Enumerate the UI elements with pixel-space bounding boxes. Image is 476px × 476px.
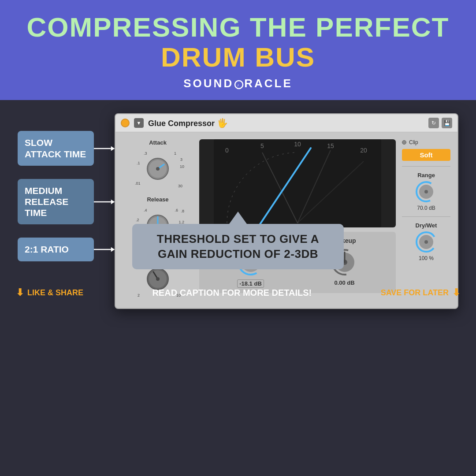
- svg-marker-3: [111, 146, 115, 150]
- svg-point-16: [156, 277, 160, 281]
- range-label: Range: [402, 172, 450, 178]
- title-gold-text: DRUM BUS: [161, 42, 315, 72]
- right-divider-2: [402, 216, 450, 217]
- range-knob[interactable]: [413, 178, 439, 205]
- range-knob-container: [413, 178, 439, 205]
- drywet-knob-container: [413, 229, 439, 255]
- svg-point-36: [424, 190, 428, 193]
- plugin-name: Glue Compressor 🖐: [148, 118, 424, 128]
- release-label-box: MEDIUM RELEASE TIME: [18, 179, 94, 225]
- attack-knob[interactable]: [145, 156, 171, 182]
- clip-indicator: [402, 140, 406, 145]
- clip-label: Clip: [409, 139, 418, 145]
- attack-knob-label: Attack: [123, 139, 193, 146]
- read-caption-text: READ CAPTION FOR MORE DETAILS!: [152, 288, 312, 298]
- plugin-titlebar: ▼ Glue Compressor 🖐 ↻ 💾: [115, 114, 457, 132]
- header: COMPRESSING THE PERFECT DRUM BUS SOUND ♪…: [0, 0, 476, 100]
- svg-text:15: 15: [327, 142, 334, 149]
- svg-marker-5: [111, 199, 115, 204]
- svg-point-39: [424, 240, 428, 244]
- footer-bar: ⬇ LIKE & SHARE READ CAPTION FOR MORE DET…: [0, 281, 476, 305]
- release-label-row: MEDIUM RELEASE TIME: [18, 179, 115, 225]
- right-section: Clip Soft Range: [402, 139, 450, 301]
- soft-button[interactable]: Soft: [402, 149, 450, 161]
- callout-text: THRESHOLD SET TO GIVE A GAIN REDUCTION O…: [145, 232, 331, 262]
- release-arrow: [94, 197, 115, 206]
- svg-text:5: 5: [260, 142, 264, 149]
- attack-label-row: SLOW ATTACK TIME: [18, 131, 115, 165]
- svg-text:20: 20: [360, 147, 367, 154]
- svg-marker-7: [111, 247, 115, 252]
- clip-row: Clip: [402, 139, 450, 145]
- callout-box: THRESHOLD SET TO GIVE A GAIN REDUCTION O…: [132, 224, 344, 270]
- attack-label-box: SLOW ATTACK TIME: [18, 131, 94, 165]
- attack-arrow: [94, 144, 115, 153]
- callout-arrow-up: [229, 212, 247, 224]
- save-arrow-icon: ⬇: [452, 287, 460, 298]
- drywet-param: Dry/Wet 100 %: [402, 222, 450, 261]
- drywet-label: Dry/Wet: [402, 222, 450, 229]
- save-later-btn[interactable]: SAVE FOR LATER ⬇: [381, 287, 460, 298]
- svg-text:0: 0: [225, 147, 229, 154]
- right-divider: [402, 166, 450, 167]
- drywet-value: 100 %: [402, 255, 450, 261]
- title-icons: ↻ 💾: [428, 118, 452, 128]
- attack-knob-group: Attack .3 1 3 .1 10 .01 30: [123, 139, 193, 192]
- like-arrow-icon: ⬇: [16, 287, 24, 298]
- save-btn[interactable]: 💾: [442, 118, 452, 128]
- ratio-label-box: 2:1 RATIO: [18, 238, 94, 261]
- like-share-btn[interactable]: ⬇ LIKE & SHARE: [16, 287, 83, 298]
- range-value: 70.0 dB: [402, 205, 450, 211]
- svg-text:10: 10: [294, 141, 301, 148]
- svg-point-10: [156, 167, 160, 171]
- power-indicator: [121, 119, 130, 127]
- ratio-arrow: [94, 245, 115, 254]
- header-title: COMPRESSING THE PERFECT DRUM BUS: [18, 12, 458, 72]
- brand-logo-icon: ♪: [234, 80, 244, 89]
- plugin-area: SLOW ATTACK TIME MEDIUM RELEASE TIME: [0, 109, 476, 309]
- drywet-knob[interactable]: [413, 229, 439, 255]
- hand-icon: 🖐: [217, 118, 228, 128]
- release-knob-label: Release: [123, 196, 193, 203]
- ratio-label-row: 2:1 RATIO: [18, 238, 115, 261]
- brand-name: SOUND ♪ RACLE: [183, 77, 292, 90]
- title-white-text: COMPRESSING THE PERFECT: [27, 12, 450, 42]
- range-param: Range 70.0 dB: [402, 172, 450, 211]
- dropdown-btn[interactable]: ▼: [134, 118, 144, 128]
- brand-row: SOUND ♪ RACLE: [18, 77, 458, 90]
- svg-text:♪: ♪: [237, 83, 241, 87]
- left-labels: SLOW ATTACK TIME MEDIUM RELEASE TIME: [18, 109, 115, 265]
- refresh-btn[interactable]: ↻: [428, 118, 439, 128]
